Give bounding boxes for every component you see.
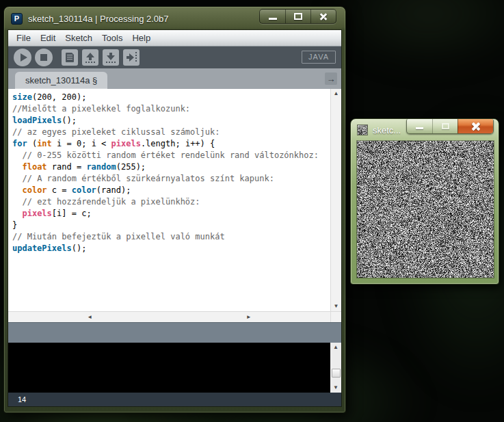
tab-menu-button[interactable]: → <box>325 72 337 85</box>
menu-bar: FileEditSketchToolsHelp <box>8 30 341 47</box>
mode-selector-java[interactable]: JAVA <box>302 51 336 64</box>
maximize-icon <box>442 123 449 129</box>
scroll-left-icon[interactable]: ◄ <box>10 313 170 322</box>
close-icon <box>319 12 328 21</box>
ide-client-area: FileEditSketchToolsHelp JAVA sketch_1301… <box>8 30 341 406</box>
toolbar: JAVA <box>8 47 341 68</box>
code-line: updatePixels(); <box>12 243 330 254</box>
save-sketch-button[interactable] <box>103 49 119 66</box>
open-sketch-button[interactable] <box>82 49 98 66</box>
sketch-noise-canvas <box>357 141 494 278</box>
code-line: // az egyes pixeleket ciklussal számolju… <box>12 127 330 138</box>
play-icon <box>21 53 27 62</box>
editor-horizontal-scrollbar-row: ◄ ► <box>8 311 341 322</box>
minimize-icon <box>269 18 277 20</box>
message-bar <box>8 322 341 343</box>
code-area[interactable]: size(200, 200);//Mielőtt a pixelekkel fo… <box>8 89 330 311</box>
scroll-right-icon[interactable]: ► <box>170 313 329 322</box>
sketch-window-controls <box>406 119 494 134</box>
new-sketch-button[interactable] <box>62 49 78 66</box>
code-line: //Mielőtt a pixelekkel foglalkozunk: <box>12 103 330 115</box>
editor-horizontal-scrollbar[interactable]: ◄ ► <box>8 312 330 322</box>
sketch-minimize-button[interactable] <box>407 119 432 133</box>
code-line: // Miután befejeztük a pixellel való mun… <box>12 231 330 243</box>
code-line: // A random értékből szürkeárnyalatos sz… <box>12 173 330 185</box>
export-arrow-right-icon <box>127 52 137 63</box>
scroll-up-icon[interactable]: ▲ <box>331 89 341 98</box>
editor: size(200, 200);//Mielőtt a pixelekkel fo… <box>8 89 341 311</box>
maximize-button[interactable] <box>285 10 310 23</box>
scroll-down-icon[interactable]: ▼ <box>331 302 341 311</box>
open-arrow-up-icon <box>85 53 95 63</box>
code-line: color c = color(rand); <box>12 185 330 196</box>
maximize-icon <box>294 13 302 20</box>
editor-vertical-scrollbar[interactable]: ▲ ▼ <box>330 89 341 311</box>
close-icon <box>471 122 481 131</box>
save-arrow-down-icon <box>106 53 116 63</box>
minimize-button[interactable] <box>260 10 285 23</box>
menu-item-file[interactable]: File <box>12 30 36 46</box>
code-line: // ezt hozzárendeljük a pixelünkhöz: <box>12 196 330 208</box>
minimize-icon <box>416 127 423 129</box>
sketch-close-button[interactable] <box>457 119 493 133</box>
code-line: pixels[i] = c; <box>12 208 330 220</box>
tab-bar: sketch_130114a § → <box>8 68 341 89</box>
desktop-smoke <box>326 0 504 68</box>
current-line-number: 14 <box>18 395 26 404</box>
sketch-output-window: sketc... <box>350 118 499 285</box>
stop-icon <box>40 54 47 61</box>
menu-item-edit[interactable]: Edit <box>36 30 60 46</box>
scrollbar-corner <box>330 312 341 322</box>
processing-app-icon: P <box>11 13 23 25</box>
sketch-window-icon <box>357 124 368 135</box>
menu-item-tools[interactable]: Tools <box>97 30 127 46</box>
sketch-maximize-button[interactable] <box>432 119 457 133</box>
scroll-down-icon[interactable]: ▼ <box>330 383 341 393</box>
window-controls <box>259 9 336 24</box>
processing-ide-window: P sketch_130114a | Processing 2.0b7 File… <box>3 6 346 413</box>
code-line: size(200, 200); <box>12 92 330 103</box>
code-line: } <box>12 220 330 231</box>
code-line: float rand = random(255); <box>12 161 330 173</box>
title-bar[interactable]: P sketch_130114a | Processing 2.0b7 <box>4 7 345 30</box>
console-scrollbar[interactable]: ▲ ▼ <box>330 343 341 393</box>
stop-button[interactable] <box>35 49 53 66</box>
code-line: loadPixels(); <box>12 115 330 127</box>
sketch-window-title: sketc... <box>373 125 401 135</box>
sketch-title-bar[interactable]: sketc... <box>351 119 499 141</box>
tab-sketch-130114a[interactable]: sketch_130114a § <box>15 72 107 89</box>
code-line: // 0-255 közötti random értéket rendelün… <box>12 150 330 161</box>
console: ▲ ▼ <box>8 343 341 393</box>
window-title: sketch_130114a | Processing 2.0b7 <box>28 14 169 24</box>
console-scrollbar-thumb[interactable] <box>332 369 341 378</box>
tab-arrow-icon: → <box>327 74 336 84</box>
status-bar: 14 <box>8 393 341 406</box>
scroll-up-icon[interactable]: ▲ <box>330 343 341 352</box>
close-button[interactable] <box>310 10 336 23</box>
menu-item-help[interactable]: Help <box>127 30 155 46</box>
code-line: for (int i = 0; i < pixels.length; i++) … <box>12 138 330 150</box>
export-button[interactable] <box>123 49 140 66</box>
run-button[interactable] <box>14 49 31 66</box>
new-document-icon <box>66 53 74 62</box>
menu-item-sketch[interactable]: Sketch <box>60 30 97 46</box>
